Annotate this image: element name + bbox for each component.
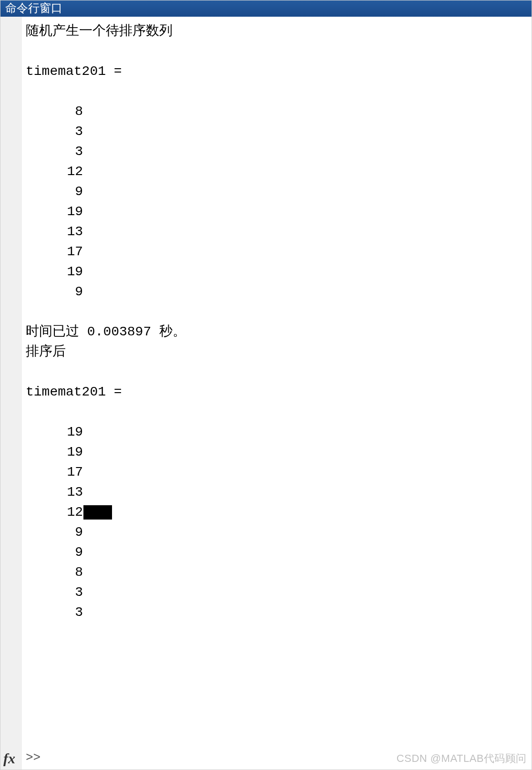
value-row: 12 xyxy=(26,162,532,182)
value-row: 3 xyxy=(26,142,532,162)
blank xyxy=(26,362,532,382)
value-row: 17 xyxy=(26,462,532,482)
value-row: 8 xyxy=(26,102,532,122)
var-header: timemat201 = xyxy=(26,382,532,402)
text-cursor xyxy=(83,505,112,520)
blank xyxy=(26,82,532,102)
value-row: 9 xyxy=(26,522,532,542)
gutter: fx xyxy=(0,17,22,770)
command-window: 命令行窗口 fx 随机产生一个待排序数列 timemat201 = 8 3 3 … xyxy=(0,0,532,770)
blank xyxy=(26,402,532,422)
value-row: 19 xyxy=(26,202,532,222)
value-row: 12 xyxy=(26,502,532,522)
window-title: 命令行窗口 xyxy=(5,0,62,16)
value-row: 3 xyxy=(26,122,532,142)
value-row: 3 xyxy=(26,583,532,603)
msg-sorted: 排序后 xyxy=(26,342,532,362)
value-row: 13 xyxy=(26,482,532,502)
value-row: 17 xyxy=(26,242,532,262)
prompt-symbol: >> xyxy=(26,748,41,768)
fx-icon[interactable]: fx xyxy=(3,750,15,767)
title-bar: 命令行窗口 xyxy=(0,0,532,17)
body-area: fx 随机产生一个待排序数列 timemat201 = 8 3 3 12 9 1… xyxy=(0,17,532,770)
value-row: 8 xyxy=(26,562,532,583)
watermark: CSDN @MATLAB代码顾问 xyxy=(397,749,527,769)
blank xyxy=(26,302,532,322)
command-output[interactable]: 随机产生一个待排序数列 timemat201 = 8 3 3 12 9 19 1… xyxy=(22,17,532,770)
value-row: 9 xyxy=(26,182,532,202)
blank xyxy=(26,42,532,62)
value-row: 9 xyxy=(26,542,532,562)
value-row: 13 xyxy=(26,222,532,242)
msg-generate: 随机产生一个待排序数列 xyxy=(26,21,532,42)
value-row: 3 xyxy=(26,603,532,623)
value-row: 19 xyxy=(26,422,532,442)
elapsed-time: 时间已过 0.003897 秒。 xyxy=(26,322,532,342)
value-row: 19 xyxy=(26,262,532,282)
value-row: 19 xyxy=(26,442,532,462)
value-row: 9 xyxy=(26,282,532,302)
prompt[interactable]: >> xyxy=(26,748,41,768)
var-header: timemat201 = xyxy=(26,62,532,82)
